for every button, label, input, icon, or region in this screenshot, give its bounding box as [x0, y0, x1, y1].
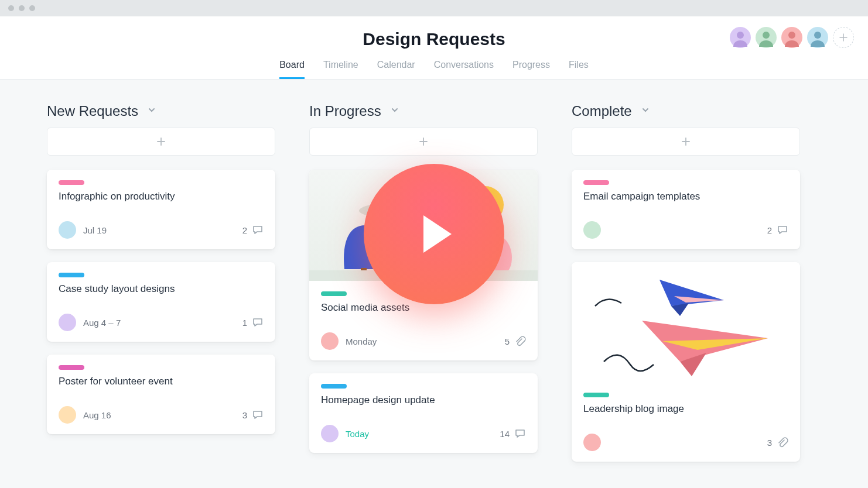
- color-tag: [321, 291, 347, 296]
- traffic-light-min[interactable]: [19, 5, 25, 11]
- color-tag: [583, 393, 609, 397]
- tab-files[interactable]: Files: [569, 60, 589, 79]
- comment-count[interactable]: 1: [242, 317, 264, 328]
- add-card-button[interactable]: [47, 128, 275, 156]
- card-cover-illustration: [572, 262, 800, 382]
- comment-count[interactable]: 2: [767, 224, 788, 236]
- plus-icon: [156, 136, 166, 147]
- plus-icon: [681, 136, 691, 147]
- task-card[interactable]: Case study layout designs Aug 4 – 7 1: [47, 262, 275, 342]
- card-title: Homepage design update: [321, 394, 526, 406]
- column-title: In Progress: [309, 103, 381, 119]
- plus-icon: [839, 33, 848, 42]
- task-card[interactable]: Poster for volunteer event Aug 16 3: [47, 355, 275, 434]
- comment-count[interactable]: 3: [242, 409, 264, 421]
- chevron-down-icon: [148, 106, 156, 116]
- task-card[interactable]: Leadership blog image 3: [572, 262, 800, 462]
- avatar[interactable]: [781, 27, 802, 48]
- plus-icon: [418, 136, 429, 147]
- comment-icon: [252, 317, 264, 328]
- avatar[interactable]: [756, 27, 777, 48]
- add-card-button[interactable]: [572, 128, 800, 156]
- traffic-light-close[interactable]: [8, 5, 14, 11]
- tab-conversations[interactable]: Conversations: [434, 60, 494, 79]
- column-new-requests: New Requests Infographic on productivity…: [47, 103, 275, 475]
- card-title: Case study layout designs: [59, 283, 264, 295]
- attachment-count[interactable]: 3: [767, 437, 788, 448]
- play-icon: [423, 215, 452, 253]
- avatar[interactable]: [730, 27, 751, 48]
- comment-count[interactable]: 14: [500, 428, 526, 439]
- comment-icon: [252, 224, 264, 236]
- chevron-down-icon: [391, 106, 399, 116]
- tab-calendar[interactable]: Calendar: [377, 60, 415, 79]
- svg-point-0: [737, 32, 744, 39]
- person-icon: [730, 27, 751, 48]
- app-header: Design Requests Board Timeline Calendar …: [0, 16, 868, 80]
- comment-icon: [252, 409, 264, 421]
- attachment-icon: [777, 437, 788, 448]
- svg-point-1: [763, 32, 770, 39]
- tab-timeline[interactable]: Timeline: [323, 60, 358, 79]
- color-tag: [59, 180, 84, 185]
- tab-progress[interactable]: Progress: [512, 60, 550, 79]
- window-chrome: [0, 0, 868, 16]
- card-title: Email campaign templates: [583, 191, 788, 202]
- column-header[interactable]: In Progress: [309, 103, 538, 119]
- comment-icon: [777, 224, 788, 236]
- assignee-avatar[interactable]: [59, 314, 76, 331]
- due-date: Aug 4 – 7: [83, 318, 235, 328]
- attachment-count[interactable]: 5: [505, 335, 526, 347]
- collaborator-avatars: [730, 27, 854, 48]
- view-tabs: Board Timeline Calendar Conversations Pr…: [0, 60, 868, 79]
- card-title: Poster for volunteer event: [59, 376, 264, 387]
- task-card[interactable]: Homepage design update Today 14: [309, 373, 538, 453]
- chevron-down-icon: [641, 106, 650, 116]
- svg-point-3: [814, 32, 821, 39]
- color-tag: [321, 384, 347, 389]
- person-icon: [756, 27, 777, 48]
- task-card[interactable]: Email campaign templates 2: [572, 170, 800, 249]
- column-header[interactable]: Complete: [572, 103, 800, 119]
- due-date: Aug 16: [83, 410, 235, 420]
- due-date: Monday: [346, 336, 498, 346]
- attachment-icon: [514, 335, 526, 347]
- task-card[interactable]: Infographic on productivity Jul 19 2: [47, 170, 275, 249]
- assignee-avatar[interactable]: [321, 332, 339, 350]
- avatar[interactable]: [807, 27, 828, 48]
- assignee-avatar[interactable]: [583, 434, 601, 451]
- color-tag: [59, 273, 84, 277]
- column-header[interactable]: New Requests: [47, 103, 275, 119]
- due-date: Jul 19: [83, 225, 235, 235]
- column-complete: Complete Email campaign templates 2: [572, 103, 800, 475]
- person-icon: [781, 27, 802, 48]
- assignee-avatar[interactable]: [59, 221, 76, 239]
- add-card-button[interactable]: [309, 128, 538, 156]
- column-title: New Requests: [47, 103, 138, 119]
- traffic-light-max[interactable]: [29, 5, 35, 11]
- person-icon: [807, 27, 828, 48]
- svg-point-2: [788, 32, 795, 39]
- assignee-avatar[interactable]: [59, 406, 76, 424]
- assignee-avatar[interactable]: [583, 221, 601, 239]
- color-tag: [583, 180, 609, 185]
- comment-icon: [514, 428, 526, 439]
- play-video-button[interactable]: [364, 164, 504, 304]
- card-title: Infographic on productivity: [59, 191, 264, 202]
- comment-count[interactable]: 2: [242, 224, 264, 236]
- column-title: Complete: [572, 103, 632, 119]
- card-title: Social media assets: [321, 302, 526, 314]
- color-tag: [59, 365, 84, 370]
- due-date: Today: [346, 429, 493, 439]
- assignee-avatar[interactable]: [321, 425, 339, 442]
- card-title: Leadership blog image: [583, 403, 788, 415]
- add-member-button[interactable]: [833, 27, 854, 48]
- tab-board[interactable]: Board: [279, 60, 305, 79]
